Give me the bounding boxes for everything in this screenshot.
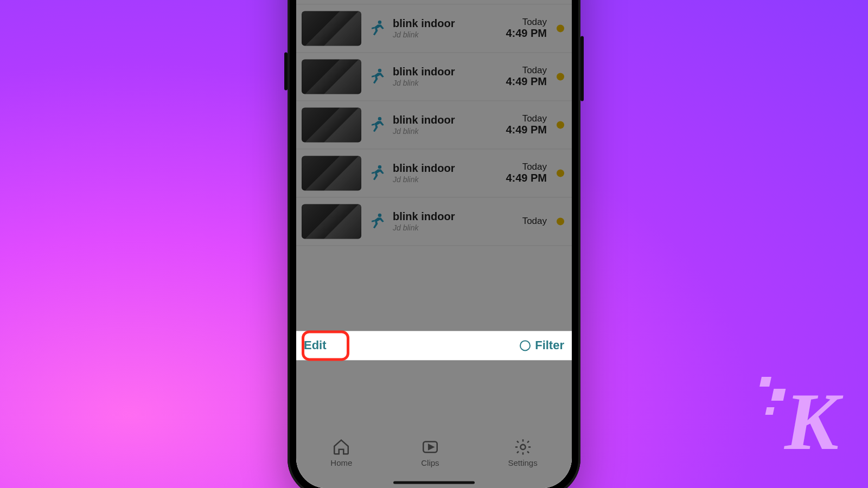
clip-labels: blink indoor Jd blink: [393, 66, 488, 87]
clip-subtitle: Jd blink: [393, 223, 488, 232]
tab-bar: Home Clips Settings: [296, 426, 572, 488]
clip-subtitle: Jd blink: [393, 175, 488, 184]
clip-row[interactable]: blink indoor Jd blink Today4:49 PM: [296, 101, 572, 149]
svg-point-7: [378, 165, 382, 169]
motion-icon-wrap: [368, 212, 386, 230]
clip-thumbnail: [302, 107, 361, 142]
stage: blink indoor Jd blink Today blink indoor…: [0, 0, 868, 488]
clip-list[interactable]: blink indoor Jd blink Today blink indoor…: [296, 0, 572, 488]
motion-icon-wrap: [368, 67, 386, 86]
phone-screen: blink indoor Jd blink Today blink indoor…: [296, 0, 572, 488]
clip-subtitle: Jd blink: [393, 30, 488, 39]
unread-dot: [557, 217, 564, 225]
motion-icon: [368, 164, 386, 182]
unread-dot: [557, 73, 564, 80]
tab-clips-label: Clips: [421, 458, 439, 467]
svg-point-6: [378, 117, 382, 121]
motion-icon-wrap: [368, 164, 386, 182]
clip-title: blink indoor: [393, 17, 488, 29]
clip-labels: blink indoor Jd blink: [393, 210, 488, 232]
clip-subtitle: Jd blink: [393, 127, 488, 136]
clip-subtitle: Jd blink: [393, 79, 488, 87]
motion-icon: [368, 115, 386, 134]
filter-icon: [520, 340, 531, 351]
clip-row[interactable]: blink indoor Jd blink Today4:49 PM: [296, 4, 572, 53]
clip-title: blink indoor: [393, 162, 488, 174]
clip-row[interactable]: blink indoor Jd blink Today4:50 PM: [296, 0, 572, 4]
clip-thumbnail: [302, 59, 361, 94]
clip-labels: blink indoor Jd blink: [393, 114, 488, 136]
phone-frame: blink indoor Jd blink Today blink indoor…: [288, 0, 580, 488]
clip-title: blink indoor: [393, 66, 488, 78]
unread-dot: [557, 121, 564, 129]
filter-button[interactable]: Filter: [520, 338, 564, 352]
filter-label: Filter: [535, 338, 564, 352]
clip-time: Today4:49 PM: [495, 162, 547, 185]
svg-point-4: [378, 21, 382, 24]
clip-row[interactable]: blink indoor Jd blink Today4:49 PM: [296, 149, 572, 197]
home-indicator: [393, 481, 475, 484]
tab-settings[interactable]: Settings: [508, 438, 538, 467]
clip-title: blink indoor: [393, 210, 488, 222]
clip-thumbnail: [302, 156, 361, 190]
svg-point-10: [520, 444, 525, 449]
clip-thumbnail: [302, 11, 361, 46]
clip-time: Today4:49 PM: [495, 113, 547, 137]
motion-icon-wrap: [368, 19, 386, 37]
clip-time: Today: [495, 216, 547, 227]
motion-icon-wrap: [368, 115, 386, 134]
clip-thumbnail: [302, 204, 361, 239]
watermark: K: [784, 393, 835, 450]
svg-point-5: [378, 69, 382, 73]
motion-icon: [368, 67, 386, 86]
tab-home-label: Home: [330, 458, 352, 467]
settings-icon: [514, 438, 532, 456]
toolbar: Edit Filter: [296, 331, 572, 360]
motion-icon: [368, 19, 386, 37]
clip-time: Today4:49 PM: [495, 17, 547, 40]
unread-dot: [557, 24, 564, 32]
motion-icon: [368, 212, 386, 230]
tab-clips[interactable]: Clips: [421, 438, 439, 467]
home-icon: [332, 438, 350, 456]
edit-button[interactable]: Edit: [304, 338, 327, 352]
clip-row[interactable]: blink indoor Jd blink Today: [296, 197, 572, 246]
tab-settings-label: Settings: [508, 458, 538, 467]
svg-point-8: [378, 214, 382, 217]
clips-icon: [421, 438, 439, 456]
clip-labels: blink indoor Jd blink: [393, 17, 488, 39]
unread-dot: [557, 169, 564, 177]
clip-title: blink indoor: [393, 114, 488, 126]
tab-home[interactable]: Home: [330, 438, 352, 467]
clip-row[interactable]: blink indoor Jd blink Today4:49 PM: [296, 53, 572, 101]
clip-time: Today4:49 PM: [495, 65, 547, 88]
clip-labels: blink indoor Jd blink: [393, 162, 488, 184]
